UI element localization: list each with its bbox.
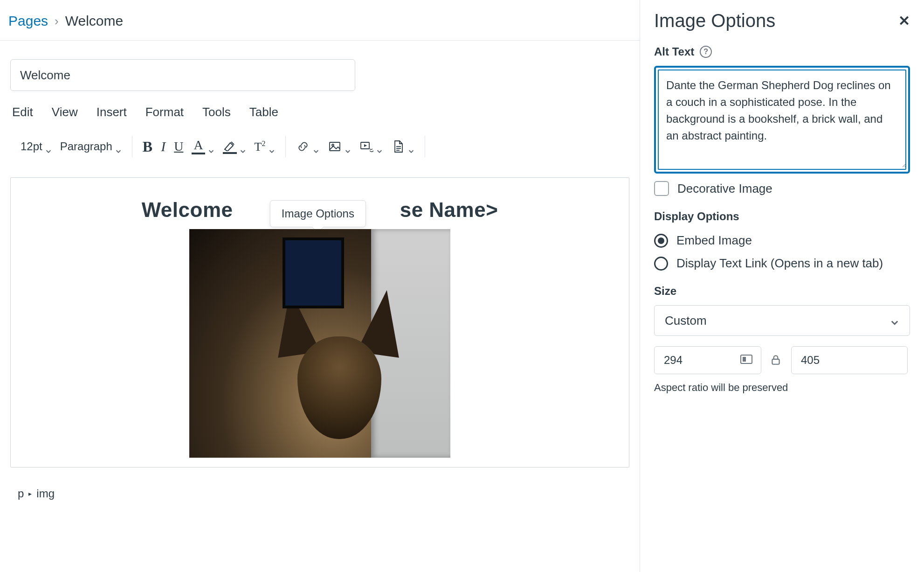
sidebar-title: Image Options [654, 10, 775, 31]
chevron-down-icon [890, 316, 899, 325]
editor-wrap: Edit View Insert Format Tools Table 12pt… [0, 41, 640, 500]
text-color-icon: A [192, 139, 205, 154]
size-preset-value: Custom [665, 314, 707, 328]
insert-link-button[interactable] [296, 136, 319, 157]
height-input[interactable] [800, 353, 837, 367]
image-icon [328, 140, 342, 153]
image-decoration [297, 336, 381, 439]
size-preset-select[interactable]: Custom [654, 305, 910, 336]
toolbar-divider [425, 136, 425, 157]
highlight-color-button[interactable] [223, 136, 246, 157]
embedded-image[interactable] [189, 229, 450, 458]
menu-edit[interactable]: Edit [12, 105, 33, 119]
insert-media-button[interactable] [359, 136, 383, 157]
decorative-image-checkbox[interactable] [654, 181, 669, 196]
close-icon: ✕ [898, 13, 910, 28]
font-size-label: 12pt [21, 140, 42, 153]
svg-rect-9 [741, 355, 752, 363]
aspect-ratio-note: Aspect ratio will be preserved [654, 382, 910, 394]
menu-view[interactable]: View [52, 105, 78, 119]
height-input-wrap [791, 346, 908, 374]
radio-embed-image-label: Embed Image [676, 233, 752, 248]
font-size-select[interactable]: 12pt [21, 136, 52, 157]
main-column: Pages › Welcome Edit View Insert Format … [0, 0, 640, 572]
breadcrumb-current: Welcome [65, 13, 123, 29]
chevron-down-icon [269, 143, 275, 150]
svg-marker-3 [364, 144, 367, 147]
chevron-down-icon [45, 143, 52, 150]
size-label: Size [654, 285, 676, 298]
insert-image-button[interactable] [328, 136, 351, 157]
menu-table[interactable]: Table [249, 105, 278, 119]
block-format-select[interactable]: Paragraph [60, 136, 122, 157]
page-title-input[interactable] [10, 59, 355, 91]
chevron-down-icon [376, 143, 383, 150]
decorative-image-label: Decorative Image [677, 181, 772, 196]
text-color-button[interactable]: A [192, 136, 214, 157]
chevron-down-icon [208, 143, 214, 150]
svg-rect-0 [330, 142, 340, 151]
menu-insert[interactable]: Insert [97, 105, 127, 119]
radio-icon [654, 234, 668, 248]
path-separator-icon: ▸ [28, 490, 32, 497]
path-segment-p[interactable]: p [18, 487, 24, 500]
menu-format[interactable]: Format [145, 105, 184, 119]
link-icon [296, 140, 310, 153]
radio-text-link[interactable]: Display Text Link (Opens in a new tab) [654, 256, 910, 271]
alt-text-field-wrap [654, 66, 910, 174]
radio-text-link-label: Display Text Link (Opens in a new tab) [676, 256, 883, 271]
size-section: Size Custom Aspect [654, 285, 910, 394]
rce-toolbar: 12pt Paragraph B I U A [10, 132, 629, 168]
dimensions-icon [740, 354, 752, 367]
alt-text-help-icon[interactable]: ? [700, 46, 712, 58]
rce-menubar: Edit View Insert Format Tools Table [10, 100, 629, 122]
width-input-wrap [654, 346, 761, 374]
display-options-section: Display Options Embed Image Display Text… [654, 210, 910, 271]
insert-document-button[interactable] [391, 136, 414, 157]
lock-aspect-icon[interactable] [770, 354, 783, 367]
document-icon [391, 140, 405, 153]
media-icon [359, 140, 373, 153]
image-options-tooltip-label: Image Options [282, 207, 354, 220]
menu-tools[interactable]: Tools [202, 105, 231, 119]
alt-text-section: Alt Text ? Decorative Image [654, 45, 910, 196]
display-options-label: Display Options [654, 210, 739, 223]
radio-embed-image[interactable]: Embed Image [654, 233, 910, 248]
image-options-sidebar: Image Options ✕ Alt Text ? [640, 0, 924, 572]
block-format-label: Paragraph [60, 140, 112, 153]
superscript-icon: T2 [255, 140, 266, 154]
editor-canvas[interactable]: WelcomeXXXXXXXXXXXXse Name> Image Option… [10, 177, 629, 467]
width-input[interactable] [663, 353, 700, 367]
chevron-down-icon [408, 143, 414, 150]
chevron-down-icon [345, 143, 351, 150]
alt-text-textarea[interactable] [658, 70, 906, 167]
italic-button[interactable]: I [161, 136, 165, 157]
bold-button[interactable]: B [143, 136, 152, 157]
highlighter-icon [223, 140, 237, 153]
svg-rect-10 [743, 357, 746, 362]
path-segment-img[interactable]: img [36, 487, 55, 500]
element-path: p ▸ img [10, 477, 629, 500]
superscript-button[interactable]: T2 [255, 136, 275, 157]
svg-rect-11 [772, 359, 779, 364]
radio-icon [654, 257, 668, 271]
underline-button[interactable]: U [174, 136, 183, 157]
breadcrumb: Pages › Welcome [0, 0, 640, 41]
alt-text-label: Alt Text [654, 45, 694, 58]
breadcrumb-pages-link[interactable]: Pages [8, 13, 48, 29]
image-options-tooltip[interactable]: Image Options [270, 200, 366, 227]
breadcrumb-separator: › [55, 14, 59, 28]
chevron-down-icon [313, 143, 319, 150]
close-sidebar-button[interactable]: ✕ [898, 13, 910, 29]
chevron-down-icon [240, 143, 246, 150]
chevron-down-icon [115, 143, 122, 150]
